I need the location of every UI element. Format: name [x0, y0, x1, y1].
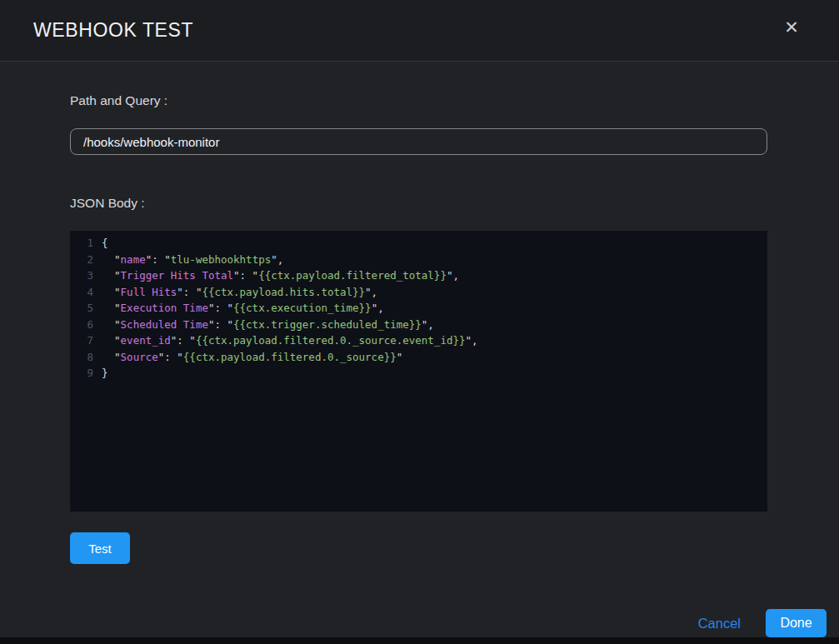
code-text: "Scheduled Time": "{{ctx.trigger.schedul… [93, 317, 434, 333]
close-icon[interactable]: ✕ [781, 17, 802, 38]
code-text: "Full Hits": "{{ctx.payload.hits.total}}… [93, 284, 377, 301]
code-text: "Trigger Hits Total": "{{ctx.payload.fil… [93, 267, 459, 284]
dialog-title: WEBHOOK TEST [33, 19, 193, 42]
cancel-button[interactable]: Cancel [698, 616, 741, 632]
code-text: "Source": "{{ctx.payload.filtered.0._sou… [93, 349, 402, 366]
code-line: 8 "Source": "{{ctx.payload.filtered.0._s… [70, 349, 767, 366]
line-number: 1 [70, 235, 93, 252]
line-number: 9 [70, 365, 93, 382]
line-number: 5 [70, 300, 93, 317]
line-number: 2 [70, 252, 93, 268]
json-body-label: JSON Body : [70, 196, 767, 211]
code-text: "Execution Time": "{{ctx.execution_time}… [93, 300, 384, 317]
line-number: 6 [70, 317, 93, 333]
webhook-test-dialog: WEBHOOK TEST ✕ Path and Query : JSON Bod… [0, 0, 839, 644]
code-line: 4 "Full Hits": "{{ctx.payload.hits.total… [70, 284, 767, 301]
line-number: 8 [70, 349, 93, 366]
code-line: 7 "event_id": "{{ctx.payload.filtered.0.… [70, 332, 767, 349]
code-line: 2 "name": "tlu-webhookhttps", [70, 252, 767, 268]
code-text: } [93, 365, 108, 382]
page-background-edge [0, 637, 839, 644]
code-line: 9} [70, 365, 767, 382]
dialog-header: WEBHOOK TEST ✕ [0, 0, 839, 62]
code-line: 3 "Trigger Hits Total": "{{ctx.payload.f… [70, 267, 767, 284]
dialog-footer: Cancel Done [698, 609, 827, 637]
code-text: "event_id": "{{ctx.payload.filtered.0._s… [93, 332, 478, 349]
path-and-query-input[interactable] [70, 128, 767, 155]
json-body-editor[interactable]: 1{2 "name": "tlu-webhookhttps",3 "Trigge… [70, 231, 767, 512]
code-line: 5 "Execution Time": "{{ctx.execution_tim… [70, 300, 767, 317]
done-button[interactable]: Done [766, 609, 827, 637]
code-line: 6 "Scheduled Time": "{{ctx.trigger.sched… [70, 317, 767, 333]
path-and-query-label: Path and Query : [70, 93, 767, 108]
line-number: 4 [70, 284, 93, 301]
code-line: 1{ [70, 235, 767, 252]
line-number: 7 [70, 332, 93, 349]
line-number: 3 [70, 267, 93, 284]
code-text: "name": "tlu-webhookhttps", [93, 252, 283, 268]
dialog-body: Path and Query : JSON Body : 1{2 "name":… [0, 62, 839, 564]
test-button[interactable]: Test [70, 532, 130, 564]
code-text: { [93, 235, 108, 252]
